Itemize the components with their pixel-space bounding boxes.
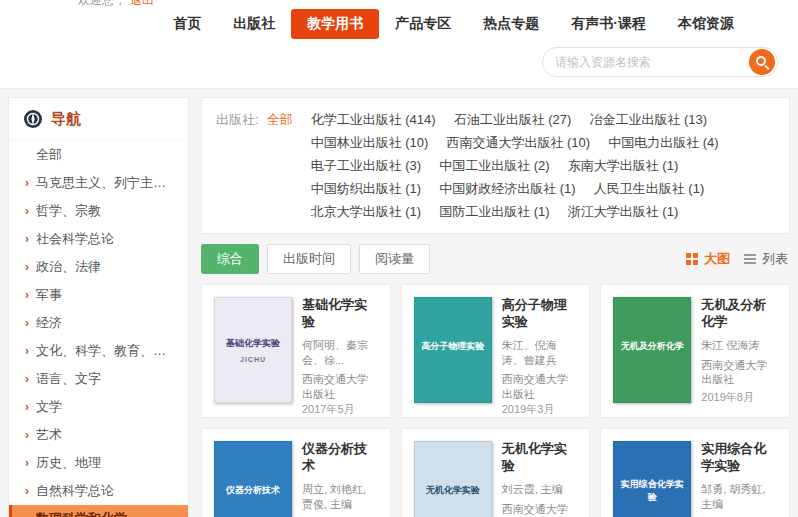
- chevron-right-icon: ›: [25, 400, 36, 414]
- book-title[interactable]: 无机及分析化学: [701, 297, 777, 331]
- publisher-link[interactable]: 化学工业出版社 (414): [311, 108, 436, 131]
- book-title[interactable]: 仪器分析技术: [302, 441, 378, 475]
- nav-item[interactable]: 本馆资源: [662, 9, 750, 39]
- search-button[interactable]: [749, 49, 775, 75]
- nav-item[interactable]: 热点专题: [467, 9, 555, 39]
- sidebar-category-item[interactable]: › 数理科学和化学: [9, 505, 188, 517]
- publisher-link[interactable]: 东南大学出版社 (1): [568, 154, 679, 177]
- search-input[interactable]: [555, 55, 749, 69]
- sidebar-category-item[interactable]: › 语言、文字: [9, 365, 188, 393]
- sidebar-category-label: 哲学、宗教: [36, 202, 101, 220]
- publisher-name: 电子工业出版社: [311, 158, 402, 173]
- sidebar-category-label: 自然科学总论: [36, 482, 114, 500]
- main-nav: 首页 出版社 教学用书 产品专区 热点专题 有声书·课程 本馆资源: [0, 8, 798, 40]
- sidebar-category-item[interactable]: › 哲学、宗教: [9, 197, 188, 225]
- publisher-link[interactable]: 中国林业出版社 (10): [311, 131, 429, 154]
- sidebar-category-item[interactable]: › 自然科学总论: [9, 477, 188, 505]
- publisher-count: 4: [707, 135, 714, 150]
- sidebar-category-label: 文学: [36, 398, 62, 416]
- sidebar-category-item[interactable]: › 社会科学总论: [9, 225, 188, 253]
- sort-bar: 综合 出版时间 阅读量 大图: [201, 244, 790, 274]
- sidebar-category-item[interactable]: › 经济: [9, 309, 188, 337]
- view-large-button[interactable]: 大图: [686, 250, 730, 268]
- book-cover[interactable]: 无机及分析化学: [613, 297, 691, 403]
- publisher-link[interactable]: 中国电力出版社 (4): [608, 131, 719, 154]
- publisher-count: 1: [564, 181, 571, 196]
- sort-tab[interactable]: 阅读量: [359, 244, 430, 274]
- sidebar-category-item[interactable]: › 文学: [9, 393, 188, 421]
- sidebar-category-label: 文化、科学、教育、体育: [36, 342, 178, 360]
- chevron-right-icon: ›: [25, 484, 36, 498]
- view-list-button[interactable]: 列表: [744, 250, 788, 268]
- list-view-icon: [744, 253, 756, 265]
- book-meta: 无机化学实验 刘云霞, 主编 西南交通大学出版社 2017年2月: [502, 441, 578, 517]
- book-title[interactable]: 无机化学实验: [502, 441, 578, 475]
- nav-item-label: 首页: [173, 15, 201, 31]
- chevron-right-icon: ›: [25, 316, 36, 330]
- book-date: 2019年8月: [701, 390, 777, 405]
- publisher-link[interactable]: 石油工业出版社 (27): [454, 108, 572, 131]
- book-title[interactable]: 基础化学实验: [302, 297, 378, 331]
- book-title[interactable]: 高分子物理实验: [502, 297, 578, 331]
- sort-tab[interactable]: 综合: [201, 244, 259, 274]
- nav-item[interactable]: 出版社: [217, 9, 291, 39]
- sidebar-category-item[interactable]: › 军事: [9, 281, 188, 309]
- publisher-link[interactable]: 中国纺织出版社 (1): [311, 177, 422, 200]
- nav-item[interactable]: 产品专区: [379, 9, 467, 39]
- book-cover[interactable]: 仪器分析技术: [214, 441, 292, 517]
- publisher-name: 中国林业出版社: [311, 135, 402, 150]
- publisher-link[interactable]: 中国财政经济出版社 (1): [439, 177, 576, 200]
- publisher-link[interactable]: 浙江大学出版社 (1): [568, 200, 679, 223]
- book-card[interactable]: 无机化学实验 无机化学实验 刘云霞, 主编 西南交通大学出版社 2017年2月: [401, 428, 591, 517]
- publisher-count: 27: [553, 112, 567, 127]
- publisher-link[interactable]: 西南交通大学出版社 (10): [446, 131, 590, 154]
- book-card[interactable]: 无机及分析化学 无机及分析化学 朱江 倪海涛 西南交通大学出版社 2019年8月: [600, 284, 790, 418]
- chevron-right-icon: ›: [25, 176, 36, 190]
- sidebar-category-item[interactable]: › 艺术: [9, 421, 188, 449]
- book-cover[interactable]: 高分子物理实验: [414, 297, 492, 403]
- book-authors: 邹勇, 胡秀虹, 主编: [701, 482, 777, 512]
- publisher-link[interactable]: 国防工业出版社 (1): [439, 200, 550, 223]
- book-meta: 基础化学实验 何阿明、秦宗会、徐... 西南交通大学出版社 2017年5月: [302, 297, 378, 405]
- nav-item[interactable]: 首页: [157, 9, 217, 39]
- chevron-right-icon: ›: [25, 204, 36, 218]
- publisher-name: 石油工业出版社: [454, 112, 545, 127]
- sidebar-category-item[interactable]: › 马克思主义、列宁主义、毛...: [9, 169, 188, 197]
- publisher-count: 13: [688, 112, 702, 127]
- book-cover[interactable]: 基础化学实验 JICHU: [214, 297, 292, 403]
- publisher-link[interactable]: 中国工业出版社 (2): [439, 154, 550, 177]
- book-publisher: 西南交通大学出版社: [502, 502, 578, 517]
- book-card[interactable]: 实用综合化学实验 实用综合化学实验 邹勇, 胡秀虹, 主编 西南交通大学出版社 …: [600, 428, 790, 517]
- chevron-right-icon: ›: [25, 512, 36, 517]
- book-cover-title: 仪器分析技术: [226, 484, 280, 497]
- nav-item-label: 产品专区: [395, 15, 451, 31]
- sidebar-category-item[interactable]: › 历史、地理: [9, 449, 188, 477]
- publisher-link[interactable]: 人民卫生出版社 (1): [594, 177, 705, 200]
- publisher-link[interactable]: 北京大学出版社 (1): [311, 200, 422, 223]
- publisher-name: 北京大学出版社: [311, 204, 402, 219]
- book-authors: 周立, 刘艳红, 贾俊, 主编: [302, 482, 378, 512]
- sidebar-category-label: 马克思主义、列宁主义、毛...: [36, 174, 178, 192]
- main-area: 导航 全部 › 马克思主义、列宁主义、毛... › 哲学、宗教: [0, 89, 798, 517]
- publisher-link[interactable]: 冶金工业出版社 (13): [589, 108, 707, 131]
- book-title[interactable]: 实用综合化学实验: [701, 441, 777, 475]
- category-sidebar: 导航 全部 › 马克思主义、列宁主义、毛... › 哲学、宗教: [8, 97, 189, 517]
- publisher-link[interactable]: 电子工业出版社 (3): [311, 154, 422, 177]
- book-card[interactable]: 仪器分析技术 仪器分析技术 周立, 刘艳红, 贾俊, 主编 西南交通大学出版社 …: [201, 428, 391, 517]
- book-authors: 朱江、倪海涛、曾建兵: [502, 338, 578, 368]
- sidebar-category-item[interactable]: › 文化、科学、教育、体育: [9, 337, 188, 365]
- book-cover[interactable]: 无机化学实验: [414, 441, 492, 517]
- book-cover[interactable]: 实用综合化学实验: [613, 441, 691, 517]
- publisher-filter-all[interactable]: 全部: [267, 108, 293, 223]
- sort-tab[interactable]: 出版时间: [267, 244, 351, 274]
- book-card[interactable]: 基础化学实验 JICHU 基础化学实验 何阿明、秦宗会、徐... 西南交通大学出…: [201, 284, 391, 418]
- book-card[interactable]: 高分子物理实验 高分子物理实验 朱江、倪海涛、曾建兵 西南交通大学出版社 201…: [401, 284, 591, 418]
- logout-link[interactable]: 退出: [130, 0, 154, 7]
- publisher-name: 人民卫生出版社: [594, 181, 685, 196]
- nav-item[interactable]: 教学用书: [291, 9, 379, 39]
- sidebar-category-item[interactable]: › 政治、法律: [9, 253, 188, 281]
- sidebar-category-item[interactable]: 全部: [9, 141, 188, 169]
- book-publisher: 西南交通大学出版社: [302, 372, 378, 402]
- nav-item[interactable]: 有声书·课程: [555, 9, 662, 39]
- publisher-count: 1: [410, 181, 417, 196]
